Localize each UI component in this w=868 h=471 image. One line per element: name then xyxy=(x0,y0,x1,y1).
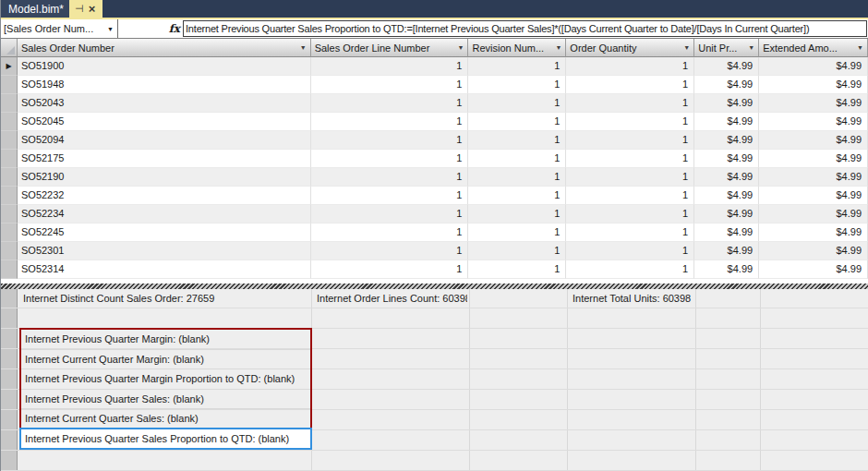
column-header-extended-amo[interactable]: Extended Amo...▼ xyxy=(759,39,868,57)
measure-row-internet-previous-quarter-margin-proportion-to-qtd[interactable]: Internet Previous Quarter Margin Proport… xyxy=(21,369,310,390)
measure-row-internet-previous-quarter-sales[interactable]: Internet Previous Quarter Sales: (blank) xyxy=(21,390,310,410)
column-header-order-quantity[interactable]: Order Quantity▼ xyxy=(566,39,694,57)
grid-cell[interactable]: $4.99 xyxy=(759,76,868,94)
row-selector[interactable] xyxy=(1,223,18,242)
filter-arrow-icon[interactable]: ▼ xyxy=(458,44,464,51)
grid-cell[interactable]: 1 xyxy=(311,57,469,76)
column-header-unit-pr[interactable]: Unit Pr...▼ xyxy=(694,39,759,57)
grid-cell[interactable]: 1 xyxy=(468,242,566,260)
grid-cell[interactable]: $4.99 xyxy=(694,223,759,242)
grid-cell[interactable]: $4.99 xyxy=(759,205,868,223)
grid-cell[interactable]: $4.99 xyxy=(694,113,759,131)
grid-cell[interactable]: 1 xyxy=(311,242,469,260)
row-selector[interactable] xyxy=(1,187,18,205)
grid-cell[interactable]: $4.99 xyxy=(759,187,868,205)
grid-cell[interactable]: SO52232 xyxy=(18,187,311,205)
grid-cell[interactable]: $4.99 xyxy=(759,113,868,131)
grid-cell[interactable]: 1 xyxy=(566,57,694,76)
grid-cell[interactable]: 1 xyxy=(311,205,469,223)
grid-cell[interactable]: 1 xyxy=(566,131,694,150)
grid-cell[interactable]: $4.99 xyxy=(694,76,759,94)
grid-cell[interactable]: $4.99 xyxy=(694,94,759,113)
grid-cell[interactable]: 1 xyxy=(468,131,566,150)
grid-cell[interactable]: 1 xyxy=(468,113,566,131)
grid-cell[interactable]: $4.99 xyxy=(759,94,868,113)
measure-name-dropdown[interactable]: [Sales Order Num... ▼ xyxy=(1,19,118,38)
row-selector[interactable] xyxy=(1,131,18,150)
grid-cell[interactable]: SO52175 xyxy=(18,150,311,168)
filter-arrow-icon[interactable]: ▼ xyxy=(555,44,561,51)
measure-row-internet-previous-quarter-sales-proportion-to-qtd[interactable]: Internet Previous Quarter Sales Proporti… xyxy=(21,429,310,449)
grid-cell[interactable]: $4.99 xyxy=(759,223,868,242)
grid-cell[interactable]: 1 xyxy=(566,113,694,131)
grid-cell[interactable]: SO52245 xyxy=(18,223,311,242)
pin-icon[interactable]: ⊣ xyxy=(75,4,84,14)
row-selector[interactable] xyxy=(1,113,18,131)
grid-cell[interactable]: 1 xyxy=(311,168,469,187)
grid-cell[interactable]: 1 xyxy=(311,260,469,279)
row-selector[interactable] xyxy=(1,260,18,279)
row-selector[interactable] xyxy=(1,168,18,187)
grid-cell[interactable]: SO51900 xyxy=(18,57,311,76)
select-all-corner[interactable] xyxy=(1,39,18,57)
grid-cell[interactable]: SO52045 xyxy=(18,113,311,131)
filter-arrow-icon[interactable]: ▼ xyxy=(300,44,307,51)
column-header-sales-order-number[interactable]: Sales Order Number▼ xyxy=(18,39,311,57)
grid-cell[interactable]: SO52234 xyxy=(18,205,311,223)
grid-cell[interactable]: 1 xyxy=(468,150,566,168)
filter-arrow-icon[interactable]: ▼ xyxy=(748,44,754,51)
grid-cell[interactable]: 1 xyxy=(311,131,469,150)
grid-cell[interactable]: SO52301 xyxy=(18,242,311,260)
grid-cell[interactable]: $4.99 xyxy=(759,131,868,150)
grid-cell[interactable]: 1 xyxy=(468,94,566,113)
grid-cell[interactable]: 1 xyxy=(311,113,469,131)
close-icon[interactable]: × xyxy=(89,3,96,15)
grid-cell[interactable]: $4.99 xyxy=(759,260,868,279)
grid-cell[interactable]: 1 xyxy=(468,76,566,94)
row-selector[interactable] xyxy=(1,150,18,168)
grid-cell[interactable]: 1 xyxy=(566,187,694,205)
grid-cell[interactable]: SO51948 xyxy=(18,76,311,94)
row-selector[interactable] xyxy=(1,76,18,94)
filter-arrow-icon[interactable]: ▼ xyxy=(683,44,690,51)
grid-cell[interactable]: 1 xyxy=(468,205,566,223)
filter-arrow-icon[interactable]: ▼ xyxy=(857,44,863,51)
grid-cell[interactable]: 1 xyxy=(311,223,469,242)
grid-cell[interactable]: SO52043 xyxy=(18,94,311,113)
grid-cell[interactable]: $4.99 xyxy=(694,150,759,168)
grid-cell[interactable]: 1 xyxy=(566,76,694,94)
grid-cell[interactable]: 1 xyxy=(311,150,469,168)
grid-cell[interactable]: $4.99 xyxy=(759,57,868,76)
row-selector[interactable]: ▶ xyxy=(1,57,18,76)
column-header-sales-order-line-number[interactable]: Sales Order Line Number▼ xyxy=(311,39,469,57)
grid-cell[interactable]: 1 xyxy=(566,94,694,113)
grid-cell[interactable]: 1 xyxy=(566,168,694,187)
grid-cell[interactable]: 1 xyxy=(566,223,694,242)
grid-cell[interactable]: 1 xyxy=(468,260,566,279)
tab-model-bim[interactable]: Model.bim* ⊣ × xyxy=(1,0,102,18)
grid-cell[interactable]: 1 xyxy=(566,242,694,260)
grid-cell[interactable]: 1 xyxy=(468,223,566,242)
grid-cell[interactable]: SO52314 xyxy=(18,260,311,279)
grid-cell[interactable]: 1 xyxy=(468,57,566,76)
row-selector[interactable] xyxy=(1,94,18,113)
grid-cell[interactable]: 1 xyxy=(566,150,694,168)
grid-cell[interactable]: $4.99 xyxy=(694,205,759,223)
grid-cell[interactable]: 1 xyxy=(566,205,694,223)
grid-cell[interactable]: SO52190 xyxy=(18,168,311,187)
grid-cell[interactable]: 1 xyxy=(311,94,469,113)
measure-cell-internet-total-units[interactable]: Internet Total Units: 60398 xyxy=(569,289,693,308)
grid-cell[interactable]: 1 xyxy=(468,168,566,187)
grid-cell[interactable]: 1 xyxy=(311,76,469,94)
grid-cell[interactable]: $4.99 xyxy=(694,57,759,76)
column-header-revision-num[interactable]: Revision Num...▼ xyxy=(468,39,566,57)
grid-cell[interactable]: 1 xyxy=(468,187,566,205)
grid-cell[interactable]: $4.99 xyxy=(759,168,868,187)
grid-cell[interactable]: $4.99 xyxy=(694,168,759,187)
grid-cell[interactable]: 1 xyxy=(566,260,694,279)
row-selector[interactable] xyxy=(1,242,18,260)
measure-row-internet-current-quarter-sales[interactable]: Internet Current Quarter Sales: (blank) xyxy=(21,409,310,429)
measure-row-internet-previous-quarter-margin[interactable]: Internet Previous Quarter Margin: (blank… xyxy=(21,330,310,350)
formula-input[interactable]: Internet Previous Quarter Sales Proporti… xyxy=(183,20,867,37)
grid-cell[interactable]: 1 xyxy=(311,187,469,205)
